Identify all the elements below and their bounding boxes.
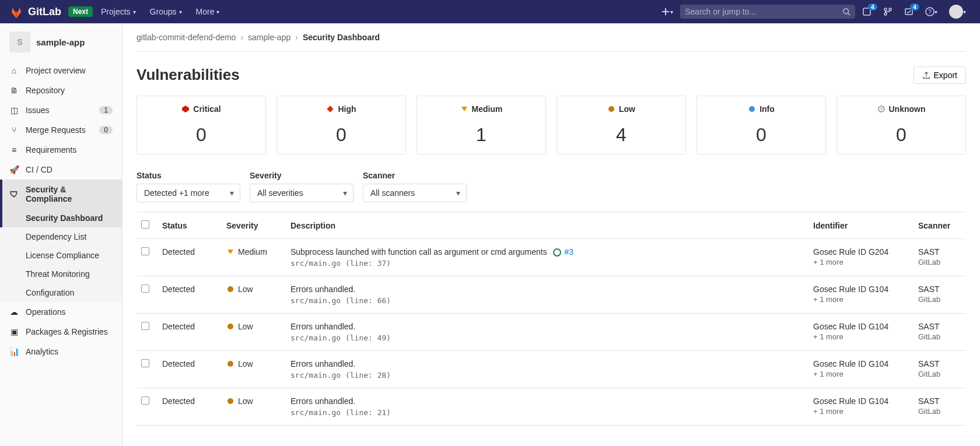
row-checkbox[interactable] xyxy=(141,322,149,330)
cell-description: Errors unhandled.src/main.go (line: 66) xyxy=(286,276,808,314)
issues-badge: 4 xyxy=(868,3,877,10)
svg-marker-10 xyxy=(461,107,467,111)
project-avatar: S xyxy=(9,31,30,52)
filter-status-select[interactable]: Detected +1 more xyxy=(136,184,240,202)
filter-scanner-select[interactable]: All scanners xyxy=(363,184,467,202)
search-input[interactable] xyxy=(685,7,838,16)
issue-link[interactable]: #3 xyxy=(564,247,573,257)
merge-button[interactable] xyxy=(878,3,897,20)
sidebar-item-security[interactable]: 🛡Security & Compliance xyxy=(0,180,122,209)
sidebar-item-repository[interactable]: 🗎Repository xyxy=(0,80,122,100)
sidebar-item-overview[interactable]: ⌂Project overview xyxy=(0,61,122,80)
cell-identifier: Gosec Rule ID G204+ 1 more xyxy=(808,239,914,276)
filter-scanner: Scanner All scanners xyxy=(363,171,467,202)
nav-more[interactable]: More▾ xyxy=(190,3,226,20)
table-row[interactable]: DetectedLowErrors unhandled.src/main.go … xyxy=(136,276,966,314)
chart-icon: 📊 xyxy=(9,347,19,356)
sidebar-sub-threat[interactable]: Threat Monitoring xyxy=(0,265,122,283)
search-icon xyxy=(842,8,850,16)
filter-status-label: Status xyxy=(136,171,240,180)
issue-open-icon xyxy=(553,248,561,257)
sidebar-item-cicd[interactable]: 🚀CI / CD xyxy=(0,160,122,180)
sidebar-item-operations[interactable]: ☁Operations xyxy=(0,302,122,322)
file-icon: 🗎 xyxy=(9,86,19,95)
col-description: Description xyxy=(286,212,808,239)
security-subitems: Security Dashboard Dependency List Licen… xyxy=(0,209,122,302)
gitlab-logo[interactable]: GitLab xyxy=(9,5,61,19)
filter-status: Status Detected +1 more xyxy=(136,171,240,202)
nav-projects[interactable]: Projects▾ xyxy=(95,3,142,20)
stat-low[interactable]: Low4 xyxy=(556,96,686,154)
project-header[interactable]: S sample-app xyxy=(0,23,122,61)
stat-critical[interactable]: Critical0 xyxy=(136,96,266,154)
sidebar-item-issues[interactable]: ◫Issues1 xyxy=(0,100,122,120)
svg-point-16 xyxy=(228,286,233,292)
search-box[interactable] xyxy=(680,5,855,19)
avatar xyxy=(949,5,963,19)
row-checkbox[interactable] xyxy=(141,359,149,367)
chevron-down-icon: ▾ xyxy=(216,9,219,15)
cell-description: Subprocess launched with function call a… xyxy=(286,239,808,276)
row-checkbox[interactable] xyxy=(141,247,149,255)
cell-severity: Low xyxy=(222,351,286,388)
table-row[interactable]: DetectedLowErrors unhandled.src/main.go … xyxy=(136,388,966,426)
sidebar-sub-dashboard[interactable]: Security Dashboard xyxy=(0,209,122,227)
sidebar-sub-config[interactable]: Configuration xyxy=(0,283,122,302)
help-icon: ? xyxy=(925,7,935,16)
stat-high[interactable]: High0 xyxy=(276,96,406,154)
stat-unknown[interactable]: ?Unknown0 xyxy=(836,96,966,154)
cell-identifier: Gosec Rule ID G104+ 1 more xyxy=(808,388,914,426)
cell-scanner: SASTGitLab xyxy=(914,239,966,276)
cell-status: Detected xyxy=(158,239,222,276)
breadcrumb-1[interactable]: gitlab-commit-defend-demo xyxy=(136,33,236,42)
cell-severity: Medium xyxy=(222,239,286,276)
row-checkbox[interactable] xyxy=(141,396,149,405)
sidebar-sub-dependency[interactable]: Dependency List xyxy=(0,227,122,246)
merge-icon: ⑂ xyxy=(9,125,19,135)
filter-severity-select[interactable]: All severities xyxy=(250,184,354,202)
table-row[interactable]: DetectedLowErrors unhandled.src/main.go … xyxy=(136,314,966,351)
topbar: GitLab Next Projects▾ Groups▾ More▾ ▾ 4 … xyxy=(0,0,980,23)
cell-status: Detected xyxy=(158,276,222,314)
cell-scanner: SASTGitLab xyxy=(914,276,966,314)
cell-scanner: SASTGitLab xyxy=(914,388,966,426)
high-icon xyxy=(326,105,334,113)
cloud-icon: ☁ xyxy=(9,307,19,317)
stat-info[interactable]: Info0 xyxy=(696,96,826,154)
merge-count: 0 xyxy=(99,126,113,134)
chevron-right-icon: › xyxy=(240,33,243,42)
cell-description: Errors unhandled.src/main.go (line: 28) xyxy=(286,351,808,388)
todos-button[interactable]: 4 xyxy=(900,3,918,20)
select-all-checkbox[interactable] xyxy=(141,220,149,229)
chevron-down-icon: ▾ xyxy=(179,9,182,15)
svg-marker-15 xyxy=(228,250,233,254)
svg-marker-8 xyxy=(182,106,189,113)
gitlab-icon xyxy=(9,5,23,19)
sidebar: S sample-app ⌂Project overview 🗎Reposito… xyxy=(0,23,123,446)
filter-severity: Severity All severities xyxy=(250,171,354,202)
breadcrumb-2[interactable]: sample-app xyxy=(248,33,290,42)
sidebar-item-merge[interactable]: ⑂Merge Requests0 xyxy=(0,120,122,140)
export-button[interactable]: Export xyxy=(914,66,966,84)
table-row[interactable]: DetectedLowErrors unhandled.src/main.go … xyxy=(136,351,966,388)
help-button[interactable]: ?▾ xyxy=(921,3,942,20)
sidebar-item-requirements[interactable]: ≡Requirements xyxy=(0,140,122,160)
sidebar-sub-license[interactable]: License Compliance xyxy=(0,246,122,265)
filter-severity-label: Severity xyxy=(250,171,354,180)
merge-icon xyxy=(883,7,892,16)
table-row[interactable]: DetectedMediumSubprocess launched with f… xyxy=(136,239,966,276)
row-checkbox[interactable] xyxy=(141,285,149,293)
medium-icon xyxy=(460,105,468,113)
cell-identifier: Gosec Rule ID G104+ 1 more xyxy=(808,351,914,388)
main-content: gitlab-commit-defend-demo › sample-app ›… xyxy=(123,23,980,446)
stat-medium[interactable]: Medium1 xyxy=(416,96,546,154)
user-menu[interactable]: ▾ xyxy=(944,1,971,22)
page-header: Vulnerabilities Export xyxy=(136,52,966,96)
nav-groups[interactable]: Groups▾ xyxy=(144,3,188,20)
plus-button[interactable]: ▾ xyxy=(656,3,678,20)
sidebar-item-packages[interactable]: ▣Packages & Registries xyxy=(0,322,122,342)
issues-button[interactable]: 4 xyxy=(858,3,876,20)
sidebar-item-analytics[interactable]: 📊Analytics xyxy=(0,342,122,361)
svg-point-3 xyxy=(884,13,887,15)
cell-description: Errors unhandled.src/main.go (line: 21) xyxy=(286,388,808,426)
